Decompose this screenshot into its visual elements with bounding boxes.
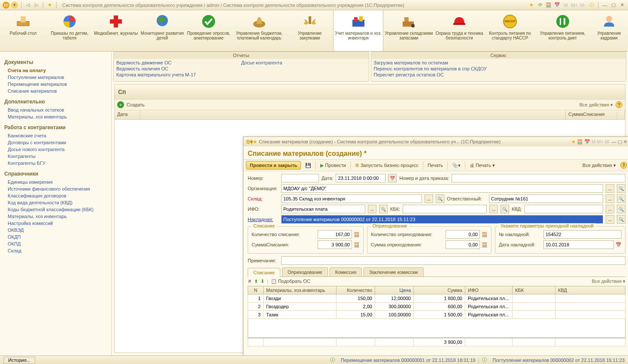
calc-icon[interactable]: 🧮 xyxy=(482,232,488,237)
modal-fav-icon[interactable]: ★ xyxy=(571,139,576,145)
modal-star-icon[interactable]: ★ xyxy=(253,139,257,145)
sidebar-item-dossier[interactable]: Досье нового контрагента xyxy=(4,146,107,153)
modal-minimize-icon[interactable]: — xyxy=(612,139,616,145)
print2-button[interactable]: 🖨Печать ▾ xyxy=(467,161,498,170)
sidebar-item-accounts[interactable]: Счета на оплату xyxy=(4,67,107,74)
all-actions-button[interactable]: Все действия ▾ xyxy=(579,102,613,108)
forward-icon[interactable]: ▷ xyxy=(33,2,40,9)
help-icon[interactable]: ? xyxy=(616,101,622,108)
ifo-select-icon[interactable]: ... xyxy=(368,205,376,213)
create-icon[interactable]: + xyxy=(117,101,124,108)
ifo-search-icon[interactable]: 🔍 xyxy=(379,205,388,213)
org-search-icon[interactable]: 🔍 xyxy=(617,184,625,193)
invoice-search-icon[interactable]: 🔍 xyxy=(617,215,625,224)
col-n[interactable]: N xyxy=(248,286,264,294)
sidebar-item-finsrc[interactable]: Источники финансового обеспечения xyxy=(4,185,107,192)
star-icon[interactable]: ★ xyxy=(46,2,53,9)
status-link-1[interactable]: Перемещение материалов 000000001 от 22.1… xyxy=(341,358,476,363)
back-icon[interactable]: ◁ xyxy=(24,2,31,9)
sidebar-item-store[interactable]: Склад xyxy=(4,247,107,254)
sidebar-item-mat[interactable]: Материалы, хоз инвентарь xyxy=(4,213,107,220)
sidebar-item-classif[interactable]: Классификация договоров xyxy=(4,192,107,199)
store-select-icon[interactable]: ... xyxy=(425,194,433,203)
tool-med[interactable]: Медкабинет, журналы xyxy=(93,10,139,51)
resp-search-icon[interactable]: 🔍 xyxy=(617,194,625,203)
maximize-icon[interactable]: ▢ xyxy=(610,2,617,9)
kbk-search-icon[interactable]: 🔍 xyxy=(501,205,509,213)
tool-safety[interactable]: Охрана труда и техника безопасности xyxy=(434,10,485,51)
tab-receipt[interactable]: Оприходование xyxy=(282,267,328,276)
ifo-field[interactable]: Родительская плата xyxy=(281,205,365,213)
table-row[interactable]: 1Гвозди150,0012,000001 800,00Родительска… xyxy=(248,294,625,303)
receipt-qty-field[interactable]: 0,00 xyxy=(446,230,480,239)
resp-select-icon[interactable]: ... xyxy=(606,194,614,203)
calc-icon[interactable]: 🧮 xyxy=(482,242,488,248)
tool-desktop[interactable]: Рабочий стол xyxy=(0,10,46,51)
invoice-label[interactable]: Накладная: xyxy=(248,217,279,222)
grid-col-sum[interactable]: СуммаСписания xyxy=(566,110,617,119)
invoice-select-icon[interactable]: ... xyxy=(606,215,614,224)
sidebar-item-move[interactable]: Перемещение материалов xyxy=(4,81,107,88)
grid-col-date[interactable]: Дата xyxy=(115,110,140,119)
delete-row-icon[interactable]: ✕ xyxy=(248,279,252,284)
tab-writeoff[interactable]: Списание xyxy=(248,268,280,277)
report-link[interactable]: Досье контрагента xyxy=(241,60,366,66)
status-link-2[interactable]: Поступление материалов 000000002 от 22.1… xyxy=(493,358,625,363)
fav-icon[interactable]: ★ xyxy=(528,2,535,9)
receipt-sum-field[interactable]: 0,00 xyxy=(446,240,480,249)
sidebar-item-bgu[interactable]: Контрагенты БГУ xyxy=(4,160,107,167)
sidebar-item-inventory[interactable]: Материалы, хоз инвентарь xyxy=(4,113,107,120)
kbk-field[interactable] xyxy=(403,205,487,213)
col-ifo[interactable]: ИФО xyxy=(465,286,513,294)
tool-hr[interactable]: Управление кадрами xyxy=(590,10,628,51)
tool-surveys[interactable]: Проведение опросов, анкетирование xyxy=(185,10,232,51)
m-plus-icon[interactable]: M+ xyxy=(571,2,578,9)
modal-mminus-icon[interactable]: M- xyxy=(605,139,610,145)
sidebar-item-contracts[interactable]: Договоры с контрагентами xyxy=(4,139,107,146)
report-link[interactable]: Карточка материального учета М-17 xyxy=(116,72,241,78)
sidebar-item-counterparties[interactable]: Контрагенты xyxy=(4,153,107,160)
m-minus-icon[interactable]: M xyxy=(562,2,569,9)
sidebar-item-receipt[interactable]: Поступление материалов xyxy=(4,74,107,81)
note-field[interactable] xyxy=(281,256,625,265)
dropdown-icon[interactable]: ▾ xyxy=(11,2,18,9)
sidebar-item-writeoff[interactable]: Списание материалов xyxy=(4,88,107,94)
pick-os-button[interactable]: 📋 Подобрать ОС xyxy=(271,279,310,284)
history-button[interactable]: История... xyxy=(3,357,35,364)
tab-all-actions[interactable]: Все действия ▾ xyxy=(592,279,625,284)
move-up-icon[interactable]: ⬆ xyxy=(254,279,258,284)
tool-warehouse[interactable]: Управление складскими запасами xyxy=(383,10,434,51)
minimize-icon[interactable]: — xyxy=(601,2,608,9)
store-search-icon[interactable]: 🔍 xyxy=(436,194,444,203)
tool-procurement[interactable]: Управление закупками xyxy=(287,10,333,51)
m-minus2-icon[interactable]: M- xyxy=(579,2,586,9)
report-link[interactable]: Ведомость наличия ОС xyxy=(116,66,241,72)
modal-help-icon[interactable]: ? xyxy=(620,162,627,169)
doc-date-field[interactable]: 10.01.2018 xyxy=(543,240,614,249)
info-icon[interactable]: ⓘ xyxy=(588,2,595,9)
tool-monitoring[interactable]: Мониторинг развития детей xyxy=(139,10,185,51)
tool-orders[interactable]: Приказы по детям, табеля xyxy=(46,10,93,51)
sidebar-item-okpd[interactable]: ОКПД xyxy=(4,240,107,247)
sidebar-item-kvd[interactable]: Код вида деятельности (КВД) xyxy=(4,199,107,206)
calc-icon[interactable]: 🧮 xyxy=(545,2,552,9)
col-sum[interactable]: Сумма xyxy=(414,286,465,294)
sidebar-item-kbk[interactable]: Коды бюджетной классификации (КБК) xyxy=(4,206,107,213)
col-qty[interactable]: Количество xyxy=(337,286,375,294)
service-link[interactable]: Загрузка материалов по остаткам xyxy=(374,60,624,66)
modal-mplus-icon[interactable]: M+ xyxy=(597,139,604,145)
table-row[interactable]: 2Гвоздодер2,00300,00000600,00Родительска… xyxy=(248,303,625,311)
org-field[interactable]: МДОАУ д/с "ДЕМО" xyxy=(281,184,603,193)
post-button[interactable]: ▶Провести xyxy=(318,161,349,170)
calendar-icon[interactable]: 📅 xyxy=(554,2,561,9)
date-picker-icon[interactable]: 📅 xyxy=(388,174,397,182)
calc-icon[interactable]: 🧮 xyxy=(354,242,360,248)
col-kvd[interactable]: КВД xyxy=(555,286,625,294)
sidebar-item-bank[interactable]: Банковские счета xyxy=(4,132,107,139)
kbk-select-icon[interactable]: ... xyxy=(489,205,498,213)
number-field[interactable] xyxy=(281,174,319,182)
calc-icon[interactable]: 🧮 xyxy=(354,232,360,237)
sidebar-item-okdp[interactable]: ОКДП xyxy=(4,234,107,240)
store-field[interactable]: 105.35 Склад хоз инвентаря xyxy=(281,194,422,203)
report-link[interactable]: Ведомость движение ОС xyxy=(116,60,241,66)
